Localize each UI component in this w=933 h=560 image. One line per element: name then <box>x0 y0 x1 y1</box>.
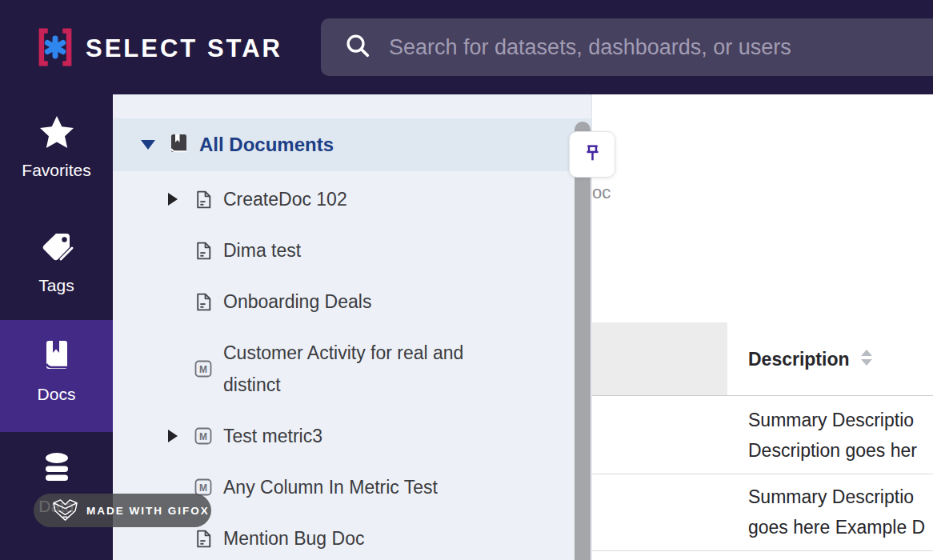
search-icon <box>345 33 371 62</box>
svg-text:M: M <box>199 364 207 375</box>
tree-item[interactable]: CreateDoc 102 <box>113 174 591 225</box>
chevron-down-icon[interactable] <box>141 140 155 150</box>
tree-item-label: Mention Bug Doc <box>223 522 364 554</box>
app-logo[interactable]: SELECT STAR <box>35 26 282 72</box>
tree-item-label: Any Column In Metric Test <box>223 471 438 503</box>
tree-item-label: Customer Activity for real and distinct <box>223 337 519 401</box>
tree-root-label: All Documents <box>199 134 334 156</box>
sidebar-item-tags[interactable]: Tags <box>0 229 113 295</box>
page-title-clipped: oc <box>592 182 611 203</box>
brand-name: SELECT STAR <box>86 34 282 63</box>
document-icon <box>193 292 214 312</box>
description-column-label: Description <box>748 349 850 370</box>
tree-item-label: Dima test <box>223 234 301 266</box>
sort-arrows-icon[interactable] <box>861 350 872 370</box>
metric-icon: M <box>193 359 214 378</box>
sidebar-item-label: Tags <box>38 276 74 295</box>
table-cell-description-line: Summary Descriptio <box>748 410 914 431</box>
pushpin-icon <box>582 142 603 167</box>
docs-tree-panel: All Documents CreateDoc 102 Dima test On… <box>113 94 592 560</box>
tree-root-all-documents[interactable]: All Documents <box>113 118 591 171</box>
table-cell-description-line: Description goes her <box>748 440 917 462</box>
table-row-divider <box>585 474 933 474</box>
tree-item[interactable]: M Customer Activity for real and distinc… <box>113 327 591 410</box>
tag-icon <box>38 229 75 269</box>
gifox-watermark: MADE WITH GIFOX <box>34 494 211 527</box>
global-search-bar[interactable] <box>321 18 933 76</box>
chevron-right-icon[interactable] <box>168 430 178 442</box>
table-header-cell-left <box>585 322 727 395</box>
document-icon <box>193 190 214 210</box>
search-input[interactable] <box>389 35 901 60</box>
table-header-divider <box>585 395 933 396</box>
sidebar-item-favorites[interactable]: Favorites <box>0 114 113 180</box>
book-icon <box>169 133 189 158</box>
sidebar-item-docs[interactable]: Docs <box>0 338 113 404</box>
sidebar-item-label: Favorites <box>22 161 90 180</box>
panel-scrollbar[interactable] <box>575 122 591 560</box>
sidebar-nav: Favorites Tags Docs <box>0 94 113 560</box>
tree-item-label: Test metric3 <box>223 420 322 452</box>
table-header-description[interactable]: Description <box>748 349 872 370</box>
fox-icon <box>51 498 79 526</box>
star-icon <box>38 114 75 154</box>
chevron-right-icon[interactable] <box>168 193 178 206</box>
select-star-logo-icon <box>35 26 75 72</box>
document-icon <box>193 529 214 549</box>
table-row-divider <box>585 550 933 551</box>
metric-icon: M <box>193 426 214 446</box>
svg-text:M: M <box>199 482 207 494</box>
table-cell-description-line: goes here Example D <box>748 517 925 538</box>
tree-item[interactable]: Dima test <box>113 225 591 276</box>
tree-item[interactable]: Onboarding Deals <box>113 276 591 327</box>
tree-item[interactable]: M Test metric3 <box>113 410 591 462</box>
tree-item-label: CreateDoc 102 <box>223 183 347 215</box>
database-icon <box>38 450 75 490</box>
tree-item-label: Onboarding Deals <box>223 286 371 318</box>
document-icon <box>193 241 214 261</box>
sidebar-item-label: Docs <box>38 385 76 404</box>
pin-panel-button[interactable] <box>569 131 615 178</box>
app-header: SELECT STAR <box>0 0 933 94</box>
book-icon <box>38 338 75 378</box>
svg-text:M: M <box>199 431 207 442</box>
table-cell-description-line: Summary Descriptio <box>748 486 914 508</box>
watermark-label: MADE WITH GIFOX <box>86 494 210 527</box>
